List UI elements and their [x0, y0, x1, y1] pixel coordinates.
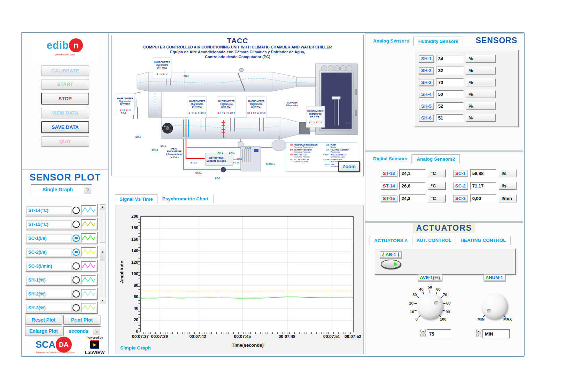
sensor-row: SH-2 32 %: [419, 64, 518, 76]
channel-radio[interactable]: [72, 262, 80, 270]
channel-row: SH-1(%): [25, 274, 98, 286]
sensor-row: ST-13 24,1 °C: [381, 167, 446, 179]
diagram-label-text: WATER TANK Depósito de Agua: [207, 157, 226, 162]
sidebar-button[interactable]: STOP: [41, 93, 89, 105]
diagram-label: ST-15: [191, 156, 196, 167]
channel-row: SC-3(l/min): [25, 260, 98, 272]
knob-indicator: [487, 309, 492, 313]
waveform-icon[interactable]: [81, 205, 96, 215]
diagram-label-ids: SW-1: [229, 152, 234, 154]
channel-row: ST-14(°C): [25, 204, 98, 216]
waveform-icon[interactable]: [81, 289, 96, 299]
radio-dot: [75, 209, 78, 212]
digital-tab[interactable]: Digital Sensors: [369, 154, 412, 163]
sensor-plot-title: SENSOR PLOT: [22, 172, 108, 183]
waveform-icon[interactable]: [81, 303, 96, 313]
labview-icon: ▶: [90, 340, 99, 349]
graph-mode-dropdown[interactable]: Single Graph ▽: [31, 184, 92, 195]
channel-radio[interactable]: [72, 207, 80, 214]
sidebar-button[interactable]: SAVE DATA: [41, 121, 89, 133]
sidebar-button[interactable]: START: [41, 79, 89, 90]
diagram-label-ids: SC-3: [161, 145, 166, 147]
diagram-label: ST-14: [195, 166, 201, 178]
chevron-down-icon[interactable]: ▽: [93, 327, 100, 335]
time-unit-dropdown[interactable]: seconds ▽: [63, 326, 101, 336]
knob-tick-label: 20: [409, 301, 413, 305]
waveform-icon[interactable]: [81, 233, 96, 243]
actuators-tab[interactable]: ACTUATORS A: [370, 236, 412, 245]
ahum1-value[interactable]: MIN: [482, 329, 510, 338]
sidebar-button[interactable]: VIEW DATA: [41, 108, 89, 118]
scroll-thumb[interactable]: ≡: [100, 243, 105, 261]
legend-row: AB- PUMPBomba: [323, 144, 355, 148]
knob-tick-label: 0: [416, 317, 418, 321]
channel-label: ST-15(°C): [26, 220, 71, 228]
sensor-unit: l/s: [498, 169, 517, 177]
ahum1-knob-dial[interactable]: [481, 293, 507, 319]
actuators-tab[interactable]: HEATING CONTROL: [456, 236, 511, 245]
ave1-knob-dial[interactable]: [417, 293, 443, 319]
digital-tab[interactable]: Analog Sensors2: [412, 154, 459, 163]
spin-up-icon[interactable]: ▲: [476, 329, 481, 333]
channel-radio[interactable]: [72, 248, 80, 256]
x-tick: 00:07:51: [323, 334, 340, 339]
switch-group: AR-1 A-ENF AHUM-1 AB-1: [374, 248, 516, 275]
logo-text: edib: [47, 39, 69, 51]
enlarge-plot-button[interactable]: Enlarge Plot: [25, 326, 62, 336]
legend-row: ST- TEMPERATURE SENSORSensor de Temperat…: [288, 144, 320, 148]
diagram-label: HEAT EXCHANGER Intercambiador de Calor: [166, 145, 183, 164]
radio-dot: [75, 251, 78, 253]
scroll-up-icon[interactable]: ▲: [100, 204, 105, 209]
sensors-tabs: Analog SensorsHumidity Sensors: [369, 37, 463, 46]
sensors-tab[interactable]: Analog Sensors: [369, 37, 414, 46]
diagram-label: A-ENF: [245, 141, 252, 153]
spin-down-icon[interactable]: ▼: [476, 333, 481, 337]
channel-row: SH-2(%): [25, 287, 98, 300]
main-control-buttons: CALIBRATE START STOP VIEW DATA SAVE DATA…: [41, 66, 89, 150]
plot-tab[interactable]: Psychrometric Chart: [158, 194, 214, 203]
actuator-chip: AB-1: [384, 251, 398, 258]
diagram-label-text: HYGROMETER Higrometro DRY WET: [189, 100, 206, 108]
sensor-chip: SH-4: [419, 91, 434, 98]
plot-tab[interactable]: Signal Vs Time: [115, 194, 157, 203]
diagram-label: SH-6: [345, 116, 350, 128]
channel-radio[interactable]: [72, 290, 80, 298]
reset-plot-button[interactable]: Reset Plot: [25, 315, 62, 325]
sensor-row: SH-5 52 %: [419, 100, 518, 112]
graph-mode-value: Single Graph: [31, 187, 84, 192]
channel-radio[interactable]: [72, 235, 80, 242]
spin-down-icon[interactable]: ▼: [420, 333, 426, 337]
zoom-button[interactable]: Zoom: [338, 161, 360, 172]
sensor-chip: SH-5: [419, 103, 434, 109]
spin-up-icon[interactable]: ▲: [420, 329, 426, 333]
knob-tick-label: 80: [446, 301, 450, 305]
actuators-tab[interactable]: AUT. CONTROL: [412, 236, 457, 245]
ave1-spinner[interactable]: ▲▼: [420, 329, 426, 337]
sidebar-button[interactable]: CALIBRATE: [41, 66, 89, 76]
humidity-sensors-group: SH-1 34 % SH-2 32 % SH-3 70 % SH-4 50 % …: [414, 50, 519, 127]
print-plot-button[interactable]: Print Plot: [63, 315, 100, 325]
ahum1-spinner[interactable]: ▲▼: [476, 329, 481, 337]
scroll-down-icon[interactable]: ▼: [100, 298, 105, 303]
chevron-down-icon[interactable]: ▽: [84, 185, 91, 194]
diagram-label: ST-13: [233, 156, 239, 167]
diagram-label: HYGROMETER Higrometro DRY WET ST-7ST-8SH…: [217, 97, 236, 118]
sensor-chip: ST-14: [381, 183, 397, 189]
waveform-icon[interactable]: [81, 247, 96, 257]
waveform-icon[interactable]: [81, 261, 96, 271]
waveform-icon[interactable]: [81, 219, 96, 229]
y-tick: 0: [125, 329, 138, 334]
sensors-tab[interactable]: Humidity Sensors: [414, 37, 463, 46]
diagram-label: HYGROMETER Higrometro DRY WET ST-5ST-6SH…: [188, 97, 207, 118]
diagram-label-ids: ST-13: [233, 161, 239, 164]
diagram-label-ids: ST-5ST-6SH-3: [189, 112, 206, 114]
sidebar-button[interactable]: QUIT: [41, 136, 89, 147]
channel-radio[interactable]: [72, 304, 80, 312]
waveform-icon[interactable]: [81, 275, 96, 285]
channel-radio[interactable]: [72, 221, 80, 228]
ahum1-knob: MINMAX: [470, 282, 519, 330]
channel-radio[interactable]: [72, 276, 80, 284]
channel-scrollbar[interactable]: ▲ ≡ ▼: [100, 204, 106, 303]
ave1-value[interactable]: 75: [427, 329, 451, 338]
switch-oval-button[interactable]: [381, 260, 401, 269]
